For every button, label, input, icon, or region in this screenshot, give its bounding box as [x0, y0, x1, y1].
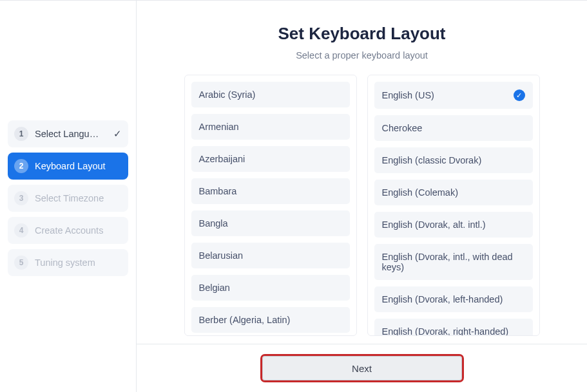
next-button[interactable]: Next — [262, 356, 462, 380]
language-group-item[interactable]: Armenian — [191, 114, 350, 140]
list-item-label: Armenian — [199, 122, 239, 132]
layout-variant-item[interactable]: English (Dvorak, left-handed) — [374, 286, 533, 312]
step-number: 2 — [14, 159, 28, 173]
language-group-list[interactable]: Arabic (Syria)ArmenianAzerbaijaniBambara… — [184, 75, 357, 336]
check-icon: ✓ — [113, 128, 122, 140]
step-number: 3 — [14, 191, 28, 205]
layout-variant-item[interactable]: English (US) — [374, 82, 533, 109]
language-group-item[interactable]: Berber (Algeria, Latin) — [191, 307, 350, 333]
list-item-label: English (classic Dvorak) — [382, 155, 482, 165]
step-label: Select Langu… — [35, 129, 110, 139]
step-label: Tuning system — [35, 257, 122, 268]
step-number: 5 — [14, 256, 28, 270]
step-label: Select Timezone — [35, 193, 122, 203]
list-item-label: Berber (Algeria, Latin) — [199, 315, 291, 325]
list-item-label: English (Dvorak, alt. intl.) — [382, 219, 486, 230]
sidebar-spacer — [8, 12, 128, 120]
layout-variant-item[interactable]: English (Dvorak, right-handed) — [374, 319, 533, 336]
layout-variant-item[interactable]: English (Colemak) — [374, 180, 533, 205]
list-item-label: English (US) — [382, 90, 434, 100]
language-group-item[interactable]: Azerbaijani — [191, 146, 350, 172]
list-item-label: Arabic (Syria) — [199, 89, 256, 100]
footer-bar: Next — [137, 344, 587, 392]
layout-variant-item[interactable]: English (Dvorak, intl., with dead keys) — [374, 244, 533, 280]
language-group-item[interactable]: Arabic (Syria) — [191, 82, 350, 107]
step-item-4[interactable]: 4Create Accounts — [8, 217, 128, 244]
list-item-label: Bambara — [199, 186, 237, 196]
app-container: 1Select Langu…✓2Keyboard Layout3Select T… — [0, 0, 587, 392]
step-label: Create Accounts — [35, 225, 122, 236]
layout-variant-list[interactable]: English (US)CherokeeEnglish (classic Dvo… — [367, 75, 540, 336]
language-group-item[interactable]: Belarusian — [191, 243, 350, 268]
layout-variant-item[interactable]: English (classic Dvorak) — [374, 147, 533, 173]
main-panel: Set Keyboard Layout Select a proper keyb… — [137, 1, 587, 392]
step-item-1[interactable]: 1Select Langu…✓ — [8, 120, 128, 147]
step-number: 4 — [14, 223, 28, 238]
sidebar: 1Select Langu…✓2Keyboard Layout3Select T… — [0, 1, 137, 392]
language-group-item[interactable]: Bangla — [191, 210, 350, 236]
page-title: Set Keyboard Layout — [278, 24, 445, 44]
list-item-label: English (Colemak) — [382, 187, 458, 198]
language-group-item[interactable]: Bambara — [191, 178, 350, 204]
page-subtitle: Select a proper keyboard layout — [296, 50, 428, 61]
step-item-5[interactable]: 5Tuning system — [8, 249, 128, 276]
list-item-label: English (Dvorak, left-handed) — [382, 294, 503, 304]
layout-variant-item[interactable]: Cherokee — [374, 115, 533, 141]
step-item-2[interactable]: 2Keyboard Layout — [8, 153, 128, 180]
layout-variant-item[interactable]: English (Dvorak, alt. intl.) — [374, 212, 533, 238]
step-label: Keyboard Layout — [35, 161, 122, 171]
list-item-label: Azerbaijani — [199, 154, 245, 164]
list-item-label: Bangla — [199, 218, 228, 229]
list-item-label: English (Dvorak, right-handed) — [382, 326, 509, 336]
step-item-3[interactable]: 3Select Timezone — [8, 185, 128, 212]
selected-check-icon — [514, 89, 525, 101]
list-item-label: Belarusian — [199, 250, 244, 261]
layout-lists: Arabic (Syria)ArmenianAzerbaijaniBambara… — [184, 75, 540, 336]
step-number: 1 — [14, 127, 28, 141]
list-item-label: Belgian — [199, 283, 230, 293]
list-item-label: Cherokee — [382, 123, 423, 133]
language-group-item[interactable]: Belgian — [191, 275, 350, 301]
list-item-label: English (Dvorak, intl., with dead keys) — [382, 252, 525, 272]
